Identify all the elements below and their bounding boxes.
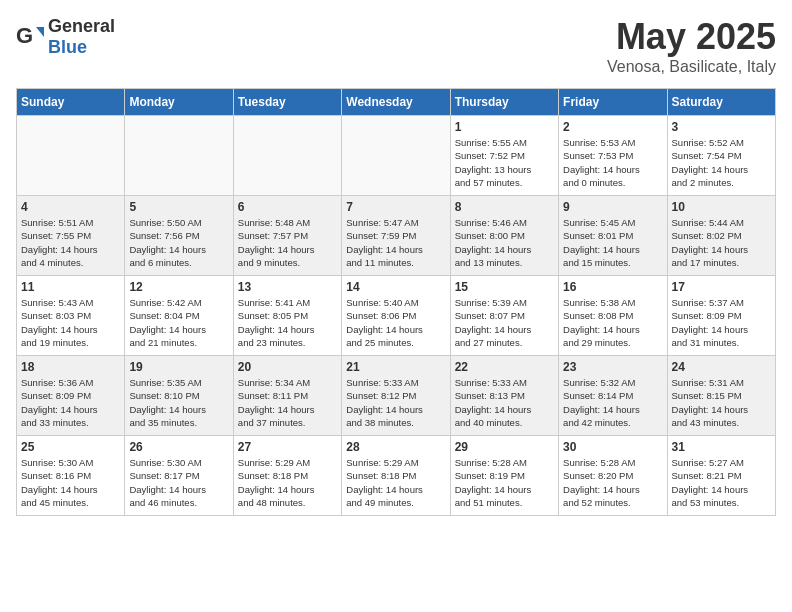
- day-number: 17: [672, 280, 771, 294]
- day-header-tuesday: Tuesday: [233, 89, 341, 116]
- calendar-cell: 26Sunrise: 5:30 AM Sunset: 8:17 PM Dayli…: [125, 436, 233, 516]
- day-number: 29: [455, 440, 554, 454]
- week-row-3: 11Sunrise: 5:43 AM Sunset: 8:03 PM Dayli…: [17, 276, 776, 356]
- location-title: Venosa, Basilicate, Italy: [607, 58, 776, 76]
- day-info: Sunrise: 5:27 AM Sunset: 8:21 PM Dayligh…: [672, 456, 771, 509]
- day-number: 9: [563, 200, 662, 214]
- day-number: 12: [129, 280, 228, 294]
- calendar-cell: 6Sunrise: 5:48 AM Sunset: 7:57 PM Daylig…: [233, 196, 341, 276]
- day-number: 31: [672, 440, 771, 454]
- calendar-cell: [233, 116, 341, 196]
- day-number: 20: [238, 360, 337, 374]
- calendar-cell: 1Sunrise: 5:55 AM Sunset: 7:52 PM Daylig…: [450, 116, 558, 196]
- calendar-cell: 22Sunrise: 5:33 AM Sunset: 8:13 PM Dayli…: [450, 356, 558, 436]
- calendar-cell: 25Sunrise: 5:30 AM Sunset: 8:16 PM Dayli…: [17, 436, 125, 516]
- day-info: Sunrise: 5:30 AM Sunset: 8:16 PM Dayligh…: [21, 456, 120, 509]
- calendar-cell: 11Sunrise: 5:43 AM Sunset: 8:03 PM Dayli…: [17, 276, 125, 356]
- day-info: Sunrise: 5:52 AM Sunset: 7:54 PM Dayligh…: [672, 136, 771, 189]
- week-row-2: 4Sunrise: 5:51 AM Sunset: 7:55 PM Daylig…: [17, 196, 776, 276]
- day-number: 7: [346, 200, 445, 214]
- day-number: 13: [238, 280, 337, 294]
- calendar-cell: 19Sunrise: 5:35 AM Sunset: 8:10 PM Dayli…: [125, 356, 233, 436]
- calendar-cell: 30Sunrise: 5:28 AM Sunset: 8:20 PM Dayli…: [559, 436, 667, 516]
- calendar-cell: [17, 116, 125, 196]
- week-row-1: 1Sunrise: 5:55 AM Sunset: 7:52 PM Daylig…: [17, 116, 776, 196]
- calendar-cell: [125, 116, 233, 196]
- day-info: Sunrise: 5:48 AM Sunset: 7:57 PM Dayligh…: [238, 216, 337, 269]
- svg-marker-1: [36, 27, 44, 37]
- day-info: Sunrise: 5:29 AM Sunset: 8:18 PM Dayligh…: [238, 456, 337, 509]
- calendar-cell: 9Sunrise: 5:45 AM Sunset: 8:01 PM Daylig…: [559, 196, 667, 276]
- day-info: Sunrise: 5:51 AM Sunset: 7:55 PM Dayligh…: [21, 216, 120, 269]
- calendar-cell: 12Sunrise: 5:42 AM Sunset: 8:04 PM Dayli…: [125, 276, 233, 356]
- day-info: Sunrise: 5:34 AM Sunset: 8:11 PM Dayligh…: [238, 376, 337, 429]
- calendar-cell: 18Sunrise: 5:36 AM Sunset: 8:09 PM Dayli…: [17, 356, 125, 436]
- day-info: Sunrise: 5:28 AM Sunset: 8:20 PM Dayligh…: [563, 456, 662, 509]
- day-info: Sunrise: 5:38 AM Sunset: 8:08 PM Dayligh…: [563, 296, 662, 349]
- day-info: Sunrise: 5:45 AM Sunset: 8:01 PM Dayligh…: [563, 216, 662, 269]
- calendar-cell: 31Sunrise: 5:27 AM Sunset: 8:21 PM Dayli…: [667, 436, 775, 516]
- calendar-cell: 17Sunrise: 5:37 AM Sunset: 8:09 PM Dayli…: [667, 276, 775, 356]
- day-header-saturday: Saturday: [667, 89, 775, 116]
- title-area: May 2025 Venosa, Basilicate, Italy: [607, 16, 776, 76]
- day-number: 1: [455, 120, 554, 134]
- calendar-cell: 5Sunrise: 5:50 AM Sunset: 7:56 PM Daylig…: [125, 196, 233, 276]
- day-header-monday: Monday: [125, 89, 233, 116]
- day-number: 26: [129, 440, 228, 454]
- day-number: 28: [346, 440, 445, 454]
- day-info: Sunrise: 5:44 AM Sunset: 8:02 PM Dayligh…: [672, 216, 771, 269]
- logo-blue-text: Blue: [48, 37, 87, 57]
- day-info: Sunrise: 5:37 AM Sunset: 8:09 PM Dayligh…: [672, 296, 771, 349]
- day-info: Sunrise: 5:50 AM Sunset: 7:56 PM Dayligh…: [129, 216, 228, 269]
- day-number: 8: [455, 200, 554, 214]
- calendar-cell: 24Sunrise: 5:31 AM Sunset: 8:15 PM Dayli…: [667, 356, 775, 436]
- day-number: 23: [563, 360, 662, 374]
- day-number: 10: [672, 200, 771, 214]
- day-info: Sunrise: 5:42 AM Sunset: 8:04 PM Dayligh…: [129, 296, 228, 349]
- day-number: 14: [346, 280, 445, 294]
- day-info: Sunrise: 5:33 AM Sunset: 8:12 PM Dayligh…: [346, 376, 445, 429]
- day-number: 19: [129, 360, 228, 374]
- logo-general-text: General: [48, 16, 115, 36]
- day-header-sunday: Sunday: [17, 89, 125, 116]
- calendar-cell: 16Sunrise: 5:38 AM Sunset: 8:08 PM Dayli…: [559, 276, 667, 356]
- day-header-thursday: Thursday: [450, 89, 558, 116]
- logo-icon: G: [16, 23, 44, 51]
- calendar-cell: 13Sunrise: 5:41 AM Sunset: 8:05 PM Dayli…: [233, 276, 341, 356]
- day-number: 2: [563, 120, 662, 134]
- week-row-5: 25Sunrise: 5:30 AM Sunset: 8:16 PM Dayli…: [17, 436, 776, 516]
- day-number: 16: [563, 280, 662, 294]
- day-info: Sunrise: 5:36 AM Sunset: 8:09 PM Dayligh…: [21, 376, 120, 429]
- calendar-cell: [342, 116, 450, 196]
- day-number: 15: [455, 280, 554, 294]
- day-number: 30: [563, 440, 662, 454]
- calendar-cell: 15Sunrise: 5:39 AM Sunset: 8:07 PM Dayli…: [450, 276, 558, 356]
- calendar-cell: 23Sunrise: 5:32 AM Sunset: 8:14 PM Dayli…: [559, 356, 667, 436]
- header: G General Blue May 2025 Venosa, Basilica…: [16, 16, 776, 76]
- day-number: 21: [346, 360, 445, 374]
- day-info: Sunrise: 5:29 AM Sunset: 8:18 PM Dayligh…: [346, 456, 445, 509]
- day-info: Sunrise: 5:41 AM Sunset: 8:05 PM Dayligh…: [238, 296, 337, 349]
- day-number: 24: [672, 360, 771, 374]
- day-info: Sunrise: 5:47 AM Sunset: 7:59 PM Dayligh…: [346, 216, 445, 269]
- day-info: Sunrise: 5:46 AM Sunset: 8:00 PM Dayligh…: [455, 216, 554, 269]
- calendar-cell: 2Sunrise: 5:53 AM Sunset: 7:53 PM Daylig…: [559, 116, 667, 196]
- day-number: 18: [21, 360, 120, 374]
- day-number: 5: [129, 200, 228, 214]
- calendar-cell: 20Sunrise: 5:34 AM Sunset: 8:11 PM Dayli…: [233, 356, 341, 436]
- day-info: Sunrise: 5:55 AM Sunset: 7:52 PM Dayligh…: [455, 136, 554, 189]
- day-info: Sunrise: 5:30 AM Sunset: 8:17 PM Dayligh…: [129, 456, 228, 509]
- calendar-cell: 29Sunrise: 5:28 AM Sunset: 8:19 PM Dayli…: [450, 436, 558, 516]
- day-info: Sunrise: 5:39 AM Sunset: 8:07 PM Dayligh…: [455, 296, 554, 349]
- day-number: 25: [21, 440, 120, 454]
- header-row: SundayMondayTuesdayWednesdayThursdayFrid…: [17, 89, 776, 116]
- day-number: 11: [21, 280, 120, 294]
- calendar-cell: 27Sunrise: 5:29 AM Sunset: 8:18 PM Dayli…: [233, 436, 341, 516]
- day-number: 6: [238, 200, 337, 214]
- calendar-cell: 3Sunrise: 5:52 AM Sunset: 7:54 PM Daylig…: [667, 116, 775, 196]
- calendar-cell: 14Sunrise: 5:40 AM Sunset: 8:06 PM Dayli…: [342, 276, 450, 356]
- day-info: Sunrise: 5:32 AM Sunset: 8:14 PM Dayligh…: [563, 376, 662, 429]
- day-number: 27: [238, 440, 337, 454]
- day-number: 22: [455, 360, 554, 374]
- week-row-4: 18Sunrise: 5:36 AM Sunset: 8:09 PM Dayli…: [17, 356, 776, 436]
